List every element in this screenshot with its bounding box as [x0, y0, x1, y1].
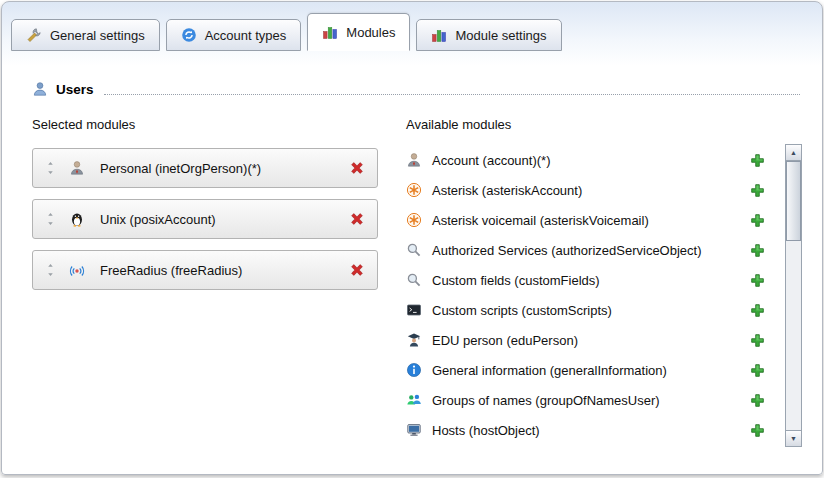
- tab-modules[interactable]: Modules: [307, 13, 410, 51]
- module-label: General information (generalInformation): [432, 363, 750, 378]
- delete-icon[interactable]: [349, 211, 365, 227]
- available-modules-wrap: Available modules Account (account)(*) A…: [406, 117, 777, 447]
- tab-label: General settings: [50, 28, 145, 43]
- tab-label: Module settings: [455, 28, 546, 43]
- add-icon[interactable]: [750, 243, 765, 258]
- available-module-custom-scripts: Custom scripts (customScripts): [406, 295, 777, 325]
- section-title: Users: [56, 82, 94, 97]
- module-label: Personal (inetOrgPerson)(*): [100, 161, 261, 176]
- selected-modules-column: Selected modules Personal (inetOrgPerson…: [32, 117, 378, 447]
- magnifier-icon: [406, 242, 422, 258]
- module-label: Asterisk voicemail (asteriskVoicemail): [432, 213, 750, 228]
- add-icon[interactable]: [750, 183, 765, 198]
- tab-bar: General settings Account types Modules M…: [2, 2, 822, 51]
- tab-label: Modules: [346, 25, 395, 40]
- selected-modules-header: Selected modules: [32, 117, 378, 132]
- add-icon[interactable]: [750, 363, 765, 378]
- available-module-asterisk-voicemail: Asterisk voicemail (asteriskVoicemail): [406, 205, 777, 235]
- selected-modules-list: Personal (inetOrgPerson)(*) Unix (posixA…: [32, 148, 378, 290]
- available-module-asterisk: Asterisk (asteriskAccount): [406, 175, 777, 205]
- chart-icon: [431, 27, 447, 43]
- add-icon[interactable]: [750, 303, 765, 318]
- computer-icon: [406, 422, 422, 438]
- group-icon: [406, 392, 422, 408]
- available-module-groups-of-names: Groups of names (groupOfNamesUser): [406, 385, 777, 415]
- module-label: Account (account)(*): [432, 153, 750, 168]
- scroll-down-icon[interactable]: ▼: [786, 430, 801, 446]
- delete-icon[interactable]: [349, 160, 365, 176]
- module-label: Asterisk (asteriskAccount): [432, 183, 750, 198]
- penguin-icon: [69, 211, 85, 227]
- available-modules-column: Available modules Account (account)(*) A…: [406, 117, 802, 447]
- tools-icon: [26, 27, 42, 43]
- lam-config-panel: General settings Account types Modules M…: [1, 1, 823, 475]
- chart-icon: [322, 24, 338, 40]
- add-icon[interactable]: [750, 393, 765, 408]
- modules-columns: Selected modules Personal (inetOrgPerson…: [32, 117, 802, 447]
- tab-account-types[interactable]: Account types: [166, 19, 302, 51]
- add-icon[interactable]: [750, 333, 765, 348]
- info-icon: [406, 362, 422, 378]
- asterisk-icon: [406, 182, 422, 198]
- available-module-authorized-services: Authorized Services (authorizedServiceOb…: [406, 235, 777, 265]
- module-label: Groups of names (groupOfNamesUser): [432, 393, 750, 408]
- antenna-icon: [69, 262, 85, 278]
- add-icon[interactable]: [750, 423, 765, 438]
- selected-module-personal[interactable]: Personal (inetOrgPerson)(*): [32, 148, 378, 188]
- person-icon: [69, 160, 85, 176]
- available-module-hosts: Hosts (hostObject): [406, 415, 777, 445]
- tab-general-settings[interactable]: General settings: [11, 19, 160, 51]
- asterisk-icon: [406, 212, 422, 228]
- module-label: Custom scripts (customScripts): [432, 303, 750, 318]
- graduate-icon: [406, 332, 422, 348]
- available-module-general-information: General information (generalInformation): [406, 355, 777, 385]
- terminal-icon: [406, 302, 422, 318]
- refresh-icon: [181, 27, 197, 43]
- available-modules-header: Available modules: [406, 117, 777, 132]
- scroll-up-icon[interactable]: ▲: [786, 145, 801, 161]
- scrollbar-thumb[interactable]: [786, 161, 801, 241]
- available-modules-list: Account (account)(*) Asterisk (asteriskA…: [406, 145, 777, 445]
- module-label: Authorized Services (authorizedServiceOb…: [432, 243, 750, 258]
- drag-handle-icon[interactable]: [45, 161, 56, 175]
- tab-module-settings[interactable]: Module settings: [416, 19, 561, 51]
- available-module-custom-fields: Custom fields (customFields): [406, 265, 777, 295]
- module-label: Custom fields (customFields): [432, 273, 750, 288]
- selected-module-freeradius[interactable]: FreeRadius (freeRadius): [32, 250, 378, 290]
- add-icon[interactable]: [750, 213, 765, 228]
- selected-module-unix[interactable]: Unix (posixAccount): [32, 199, 378, 239]
- delete-icon[interactable]: [349, 262, 365, 278]
- person-icon: [406, 152, 422, 168]
- vertical-scrollbar[interactable]: ▲ ▼: [785, 144, 802, 447]
- tab-label: Account types: [205, 28, 287, 43]
- magnifier-icon: [406, 272, 422, 288]
- users-section-header: Users: [32, 81, 800, 97]
- module-label: Unix (posixAccount): [100, 212, 216, 227]
- user-icon: [32, 81, 48, 97]
- dotted-divider: [104, 93, 800, 95]
- available-module-account: Account (account)(*): [406, 145, 777, 175]
- module-label: EDU person (eduPerson): [432, 333, 750, 348]
- add-icon[interactable]: [750, 153, 765, 168]
- module-label: FreeRadius (freeRadius): [100, 263, 242, 278]
- available-module-edu-person: EDU person (eduPerson): [406, 325, 777, 355]
- add-icon[interactable]: [750, 273, 765, 288]
- module-label: Hosts (hostObject): [432, 423, 750, 438]
- drag-handle-icon[interactable]: [45, 212, 56, 226]
- drag-handle-icon[interactable]: [45, 263, 56, 277]
- scrollbar-track[interactable]: [786, 161, 801, 430]
